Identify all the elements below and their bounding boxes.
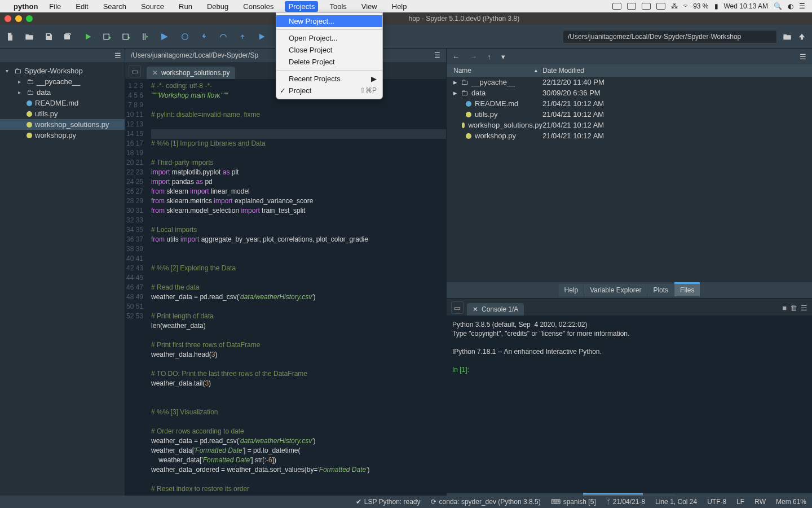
tree-file[interactable]: README.md	[0, 98, 125, 108]
up-icon[interactable]: ↑	[487, 52, 491, 61]
debug-continue-icon[interactable]	[257, 32, 266, 41]
ipython-console[interactable]: Python 3.8.5 (default, Sep 4 2020, 02:22…	[447, 316, 812, 493]
parent-dir-icon[interactable]	[797, 32, 806, 41]
menu-source[interactable]: Source	[138, 1, 167, 12]
dd-new-project[interactable]: New Project...	[276, 15, 382, 27]
wifi-icon[interactable]: ⌔	[683, 2, 687, 10]
debug-icon[interactable]	[160, 32, 169, 41]
close-window-button[interactable]	[5, 15, 11, 22]
debug-step-out-icon[interactable]	[238, 32, 247, 41]
python-file-icon	[466, 112, 471, 117]
svg-rect-2	[161, 33, 162, 40]
folder-icon: 🗀	[461, 78, 468, 86]
hamburger-icon[interactable]: ☰	[434, 51, 440, 59]
siri-icon[interactable]: ◐	[788, 2, 793, 10]
app-name[interactable]: python	[14, 2, 38, 11]
file-row[interactable]: workshop_solutions.py21/04/21 10:12 AM	[447, 120, 812, 130]
menu-tools[interactable]: Tools	[326, 1, 350, 12]
code-editor[interactable]: 1 2 3 4 5 6 7 8 9 10 11 12 13 14 15 16 1…	[125, 79, 446, 501]
file-row[interactable]: ▸🗀data30/09/20 6:36 PM	[447, 87, 812, 98]
file-row[interactable]: ▸🗀__pycache__22/12/20 11:40 PM	[447, 77, 812, 87]
run-selection-icon[interactable]	[141, 32, 150, 41]
keyboard-icon[interactable]	[656, 3, 665, 10]
zoom-icon[interactable]	[612, 3, 621, 10]
tab-variable-explorer[interactable]: Variable Explorer	[584, 284, 647, 296]
debug-step-in-icon[interactable]	[200, 32, 209, 41]
status-git-branch[interactable]: ᛘ 21/04/21-8	[606, 498, 645, 506]
svg-point-3	[182, 33, 188, 40]
hamburger-icon[interactable]: ☰	[114, 51, 121, 60]
editor-tab[interactable]: ✕workshop_solutions.py	[147, 67, 235, 79]
column-date[interactable]: Date Modified	[542, 67, 812, 75]
menu-file[interactable]: File	[46, 1, 64, 12]
back-icon[interactable]: ←	[452, 52, 460, 61]
tree-root[interactable]: ▾🗀Spyder-Workshop	[0, 65, 125, 76]
status-keyboard[interactable]: ⌨ spanish [5]	[551, 498, 596, 506]
file-row[interactable]: README.md21/04/21 10:12 AM	[447, 98, 812, 109]
battery-icon[interactable]: ▮	[714, 2, 718, 10]
tab-help[interactable]: Help	[559, 284, 585, 296]
menu-run[interactable]: Run	[175, 1, 196, 12]
menu-edit[interactable]: Edit	[72, 1, 91, 12]
folder-icon: 🗀	[461, 89, 468, 97]
browse-folder-icon[interactable]	[783, 32, 792, 41]
console-tab[interactable]: ✕Console 1/A	[467, 303, 524, 316]
python-file-icon	[462, 122, 465, 128]
close-icon[interactable]: ✕	[152, 69, 158, 77]
clear-console-icon[interactable]: 🗑	[790, 304, 797, 312]
code-area[interactable]: # -*- coding: utf-8 -*- """Workshop main…	[148, 79, 446, 501]
file-row[interactable]: utils.py21/04/21 10:12 AM	[447, 109, 812, 120]
status-conda[interactable]: ⟳ conda: spyder_dev (Python 3.8.5)	[431, 498, 541, 506]
project-explorer-pane: ☰ ▾🗀Spyder-Workshop ▸🗀__pycache__ ▸🗀data…	[0, 49, 125, 508]
hamburger-icon[interactable]: ☰	[801, 304, 807, 312]
python-file-icon	[27, 111, 32, 117]
dd-project-toggle[interactable]: ✓Project⇧⌘P	[276, 85, 382, 97]
debug-step-icon[interactable]	[180, 32, 189, 41]
dd-recent-projects[interactable]: Recent Projects▶	[276, 73, 382, 85]
display-icon[interactable]	[642, 3, 651, 10]
dd-delete-project[interactable]: Delete Project	[276, 56, 382, 68]
hamburger-icon[interactable]: ☰	[800, 52, 806, 61]
dd-close-project[interactable]: Close Project	[276, 44, 382, 56]
menubar-right: ⁂ ⌔ 93 % ▮ Wed 10:13 AM 🔍 ◐ ☰	[612, 2, 805, 10]
run-cell-icon[interactable]	[103, 32, 112, 41]
stop-kernel-icon[interactable]: ■	[782, 304, 787, 312]
debug-step-over-icon[interactable]	[219, 32, 228, 41]
new-tab-button[interactable]: ▭	[129, 65, 141, 77]
run-cell-advance-icon[interactable]	[122, 32, 131, 41]
filter-icon[interactable]: ▾	[501, 52, 505, 61]
maximize-window-button[interactable]	[26, 15, 33, 22]
minimize-window-button[interactable]	[15, 15, 22, 22]
close-icon[interactable]: ✕	[473, 305, 478, 313]
tab-files[interactable]: Files	[674, 284, 700, 296]
column-name[interactable]: Name	[447, 67, 533, 75]
menu-consoles[interactable]: Consoles	[240, 1, 277, 12]
dd-open-project[interactable]: Open Project...	[276, 32, 382, 44]
save-all-icon[interactable]	[63, 32, 72, 41]
spotlight-icon[interactable]: 🔍	[774, 2, 782, 10]
tree-file[interactable]: workshop.py	[0, 130, 125, 141]
tree-file[interactable]: utils.py	[0, 108, 125, 119]
menu-help[interactable]: Help	[389, 1, 411, 12]
tree-folder[interactable]: ▸🗀__pycache__	[0, 76, 125, 87]
tree-file[interactable]: workshop_solutions.py	[0, 119, 125, 130]
control-center-icon[interactable]: ☰	[799, 2, 805, 10]
python-file-icon	[27, 133, 32, 138]
file-row[interactable]: workshop.py21/04/21 10:12 AM	[447, 130, 812, 141]
status-lsp[interactable]: ✔ LSP Python: ready	[356, 498, 421, 506]
tab-plots[interactable]: Plots	[647, 284, 674, 296]
bluetooth-icon[interactable]: ⁂	[671, 2, 678, 10]
run-icon[interactable]	[83, 32, 92, 41]
forward-icon[interactable]: →	[470, 52, 477, 61]
tree-folder[interactable]: ▸🗀data	[0, 87, 125, 98]
menu-debug[interactable]: Debug	[204, 1, 232, 12]
menu-projects[interactable]: Projects	[285, 1, 318, 12]
menu-search[interactable]: Search	[100, 1, 130, 12]
save-icon[interactable]	[44, 32, 53, 41]
new-file-icon[interactable]	[6, 32, 15, 41]
screen-icon[interactable]	[627, 3, 636, 10]
menu-view[interactable]: View	[358, 1, 381, 12]
open-folder-icon[interactable]	[25, 32, 34, 41]
working-dir-input[interactable]	[563, 30, 777, 43]
new-console-button[interactable]: ▭	[451, 301, 464, 314]
